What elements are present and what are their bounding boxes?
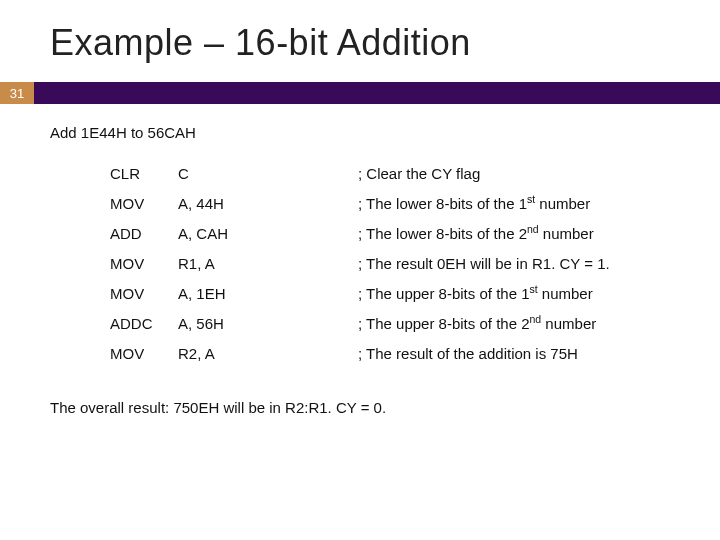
table-row: ADDC A, 56H ; The upper 8-bits of the 2n… (110, 313, 670, 343)
operand: A, 1EH (178, 285, 358, 302)
table-row: MOV R2, A ; The result of the addition i… (110, 343, 670, 373)
operand: C (178, 165, 358, 182)
operand: A, CAH (178, 225, 358, 242)
page-title: Example – 16-bit Addition (0, 0, 720, 82)
opcode: MOV (110, 285, 178, 302)
comment-post: number (541, 315, 596, 332)
header-bar-wrap: 31 (0, 82, 720, 104)
content-area: Add 1E44H to 56CAH CLR C ; Clear the CY … (0, 104, 720, 416)
intro-text: Add 1E44H to 56CAH (50, 124, 670, 141)
table-row: MOV A, 1EH ; The upper 8-bits of the 1st… (110, 283, 670, 313)
ordinal: nd (527, 223, 539, 235)
comment: ; The lower 8-bits of the 2nd number (358, 223, 594, 242)
comment-pre: ; The result of the addition is 75H (358, 345, 578, 362)
comment: ; The lower 8-bits of the 1st number (358, 193, 590, 212)
slide-number-badge: 31 (0, 82, 34, 104)
comment-pre: ; The lower 8-bits of the 1 (358, 195, 527, 212)
slide: Example – 16-bit Addition 31 Add 1E44H t… (0, 0, 720, 540)
opcode: MOV (110, 195, 178, 212)
result-summary: The overall result: 750EH will be in R2:… (50, 399, 670, 416)
comment-post: number (535, 195, 590, 212)
comment-pre: ; The lower 8-bits of the 2 (358, 225, 527, 242)
comment-pre: ; The result 0EH will be in R1. CY = 1. (358, 255, 610, 272)
ordinal: st (530, 283, 538, 295)
ordinal: st (527, 193, 535, 205)
opcode: ADD (110, 225, 178, 242)
opcode: MOV (110, 345, 178, 362)
operand: A, 44H (178, 195, 358, 212)
table-row: ADD A, CAH ; The lower 8-bits of the 2nd… (110, 223, 670, 253)
header-bar (0, 82, 720, 104)
opcode: MOV (110, 255, 178, 272)
comment-pre: ; The upper 8-bits of the 1 (358, 285, 530, 302)
comment-post: number (539, 225, 594, 242)
ordinal: nd (530, 313, 542, 325)
table-row: MOV A, 44H ; The lower 8-bits of the 1st… (110, 193, 670, 223)
operand: A, 56H (178, 315, 358, 332)
code-table: CLR C ; Clear the CY flag MOV A, 44H ; T… (110, 163, 670, 373)
comment-pre: ; Clear the CY flag (358, 165, 480, 182)
table-row: MOV R1, A ; The result 0EH will be in R1… (110, 253, 670, 283)
operand: R2, A (178, 345, 358, 362)
opcode: CLR (110, 165, 178, 182)
comment: ; Clear the CY flag (358, 163, 480, 182)
table-row: CLR C ; Clear the CY flag (110, 163, 670, 193)
comment: ; The upper 8-bits of the 2nd number (358, 313, 596, 332)
opcode: ADDC (110, 315, 178, 332)
comment-pre: ; The upper 8-bits of the 2 (358, 315, 530, 332)
operand: R1, A (178, 255, 358, 272)
comment-post: number (538, 285, 593, 302)
comment: ; The result 0EH will be in R1. CY = 1. (358, 253, 610, 272)
comment: ; The upper 8-bits of the 1st number (358, 283, 593, 302)
comment: ; The result of the addition is 75H (358, 343, 578, 362)
